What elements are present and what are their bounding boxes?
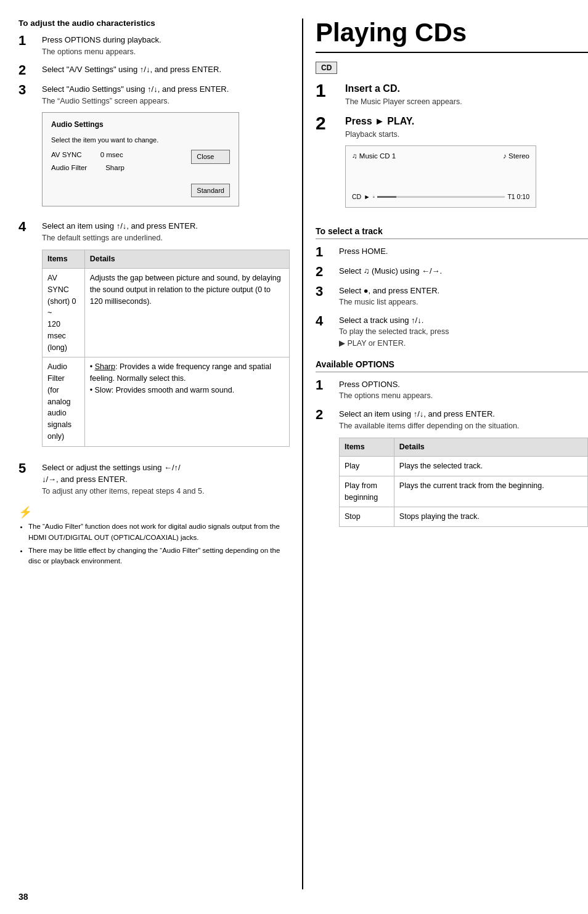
dialog-subtitle: Select the item you want to change. [51, 135, 230, 145]
options-step-1-main: Press OPTIONS. [339, 378, 588, 391]
player-play-sym: ► [364, 192, 370, 202]
av-sync-value: 0 msec [100, 150, 123, 160]
select-step-2: 2 Select ♫ (Music) using ←/→. [316, 265, 588, 279]
dialog-main: AV SYNC 0 msec Audio Filter Sharp Close [51, 150, 230, 197]
player-footer: CD ► ◦ T1 0:10 [352, 192, 529, 202]
select-step-1-content: Press HOME. [339, 245, 588, 258]
step-5-content: Select or adjust the settings using ←/↑/… [42, 462, 290, 497]
sharp-label: Sharp [95, 362, 115, 371]
step-4-main: Select an item using ↑/↓, and press ENTE… [42, 220, 290, 232]
select-step-1-number: 1 [316, 245, 334, 259]
options-row-play: Play Plays the selected track. [340, 457, 588, 476]
stop-detail: Stops playing the track. [394, 507, 587, 527]
right-column: Playing CDs CD 1 Insert a CD. The Music … [302, 18, 588, 889]
play-detail: Plays the selected track. [394, 457, 587, 476]
select-step-4: 4 Select a track using ↑/↓. To play the … [316, 314, 588, 349]
standard-button[interactable]: Standard [191, 184, 230, 198]
options-step-2-content: Select an item using ↑/↓, and press ENTE… [339, 408, 588, 533]
step-1-sub: The options menu appears. [42, 46, 290, 58]
cd-badge: CD [316, 62, 337, 74]
note-icon: ⚡ [18, 505, 290, 519]
right-step-2-number: 2 [316, 114, 340, 133]
select-track-heading: To select a track [316, 226, 588, 239]
options-step-2-main: Select an item using ↑/↓, and press ENTE… [339, 408, 588, 420]
step-2-main: Select "A/V Settings" using ↑/↓, and pre… [42, 63, 290, 76]
select-step-4-number: 4 [316, 314, 334, 328]
options-section: Available OPTIONS 1 Press OPTIONS. The o… [316, 359, 588, 533]
arrow-sym: ↑/↓ [140, 65, 150, 74]
step-3-sub: The “Audio Settings” screen appears. [42, 96, 290, 107]
right-step-1-main: Insert a CD. [345, 81, 588, 96]
step-2-content: Select "A/V Settings" using ↑/↓, and pre… [42, 63, 290, 76]
right-step-2: 2 Press ► PLAY. Playback starts. ♫ Music… [316, 114, 588, 216]
options-step-1-number: 1 [316, 378, 334, 392]
avsync-item: AV SYNC(short) 0 ~120 msec(long) [43, 269, 85, 357]
player-progress-fill [377, 196, 396, 198]
step-4-sub: The default settings are underlined. [42, 232, 290, 244]
play-item: Play [340, 457, 394, 476]
right-step-2-sub: Playback starts. [345, 129, 588, 141]
options-step-2-number: 2 [316, 408, 334, 422]
play-beginning-detail: Plays the current track from the beginni… [394, 476, 587, 507]
audiofilter-item: Audio Filter(for analogaudio signalsonly… [43, 357, 85, 446]
right-step-1-content: Insert a CD. The Music Player screen app… [345, 81, 588, 108]
select-step-1-main: Press HOME. [339, 245, 588, 258]
av-sync-label: AV SYNC [51, 150, 82, 160]
right-step-1: 1 Insert a CD. The Music Player screen a… [316, 81, 588, 108]
audiofilter-detail: • Sharp: Provides a wide frequency range… [84, 357, 289, 446]
options-heading: Available OPTIONS [316, 359, 588, 372]
col-items: Items [43, 250, 85, 269]
page: To adjust the audio characteristics 1 Pr… [0, 0, 588, 914]
step-3: 3 Select "Audio Settings" using ↑/↓, and… [18, 83, 290, 214]
step-3-content: Select "Audio Settings" using ↑/↓, and p… [42, 83, 290, 214]
step-3-number: 3 [18, 83, 37, 97]
select-track-section: To select a track 1 Press HOME. 2 Select… [316, 226, 588, 349]
player-stereo-label: ♪ Stereo [503, 151, 529, 161]
step-3-main: Select "Audio Settings" using ↑/↓, and p… [42, 83, 290, 96]
options-col-items: Items [340, 438, 394, 457]
player-progress-bar [377, 196, 505, 198]
audio-filter-label: Audio Filter [51, 163, 87, 173]
select-step-2-main: Select ♫ (Music) using ←/→. [339, 265, 588, 277]
options-step-1: 1 Press OPTIONS. The options menu appear… [316, 378, 588, 402]
player-dots: ◦ [373, 192, 375, 202]
step-1-number: 1 [18, 34, 37, 47]
close-button[interactable]: Close [191, 150, 230, 164]
step-4-number: 4 [18, 220, 37, 234]
page-number: 38 [18, 892, 28, 902]
note-item-2: There may be little effect by changing t… [28, 545, 290, 567]
audio-settings-dialog: Audio Settings Select the item you want … [42, 112, 239, 207]
step-5: 5 Select or adjust the settings using ←/… [18, 462, 290, 497]
note-section: ⚡ The “Audio Filter” function does not w… [18, 505, 290, 566]
options-step-2: 2 Select an item using ↑/↓, and press EN… [316, 408, 588, 533]
select-step-4-main: Select a track using ↑/↓. [339, 314, 588, 327]
audio-filter-value: Sharp [105, 163, 125, 173]
select-step-3: 3 Select ●, and press ENTER. The music l… [316, 285, 588, 308]
right-step-2-content: Press ► PLAY. Playback starts. ♫ Music C… [345, 114, 588, 216]
select-step-2-number: 2 [316, 265, 334, 279]
play-beginning-item: Play frombeginning [340, 476, 394, 507]
right-step-1-sub: The Music Player screen appears. [345, 96, 588, 108]
select-step-1: 1 Press HOME. [316, 245, 588, 259]
step-1-main: Press OPTIONS during playback. [42, 34, 290, 46]
table-row-avsync: AV SYNC(short) 0 ~120 msec(long) Adjusts… [43, 269, 290, 357]
step-5-sub: To adjust any other items, repeat steps … [42, 486, 290, 497]
stop-item: Stop [340, 507, 394, 527]
settings-table: Items Details AV SYNC(short) 0 ~120 msec… [42, 250, 290, 446]
select-step-4-sub: To play the selected track, press▶ PLAY … [339, 326, 588, 349]
page-title: Playing CDs [316, 18, 588, 53]
note-list: The “Audio Filter” function does not wor… [18, 521, 290, 566]
options-step-1-sub: The options menu appears. [339, 390, 588, 402]
dialog-row-1: AV SYNC 0 msec [51, 150, 191, 160]
left-column: To adjust the audio characteristics 1 Pr… [18, 18, 302, 889]
step-4-content: Select an item using ↑/↓, and press ENTE… [42, 220, 290, 455]
select-step-3-sub: The music list appears. [339, 296, 588, 308]
step-1: 1 Press OPTIONS during playback. The opt… [18, 34, 290, 57]
select-step-4-content: Select a track using ↑/↓. To play the se… [339, 314, 588, 349]
player-track-label: ♫ Music CD 1 [352, 151, 396, 161]
options-step-2-sub: The available items differ depending on … [339, 420, 588, 432]
player-time-label: T1 0:10 [507, 192, 529, 202]
options-step-1-content: Press OPTIONS. The options menu appears. [339, 378, 588, 402]
step-5-main: Select or adjust the settings using ←/↑/… [42, 462, 290, 486]
col-details: Details [84, 250, 289, 269]
